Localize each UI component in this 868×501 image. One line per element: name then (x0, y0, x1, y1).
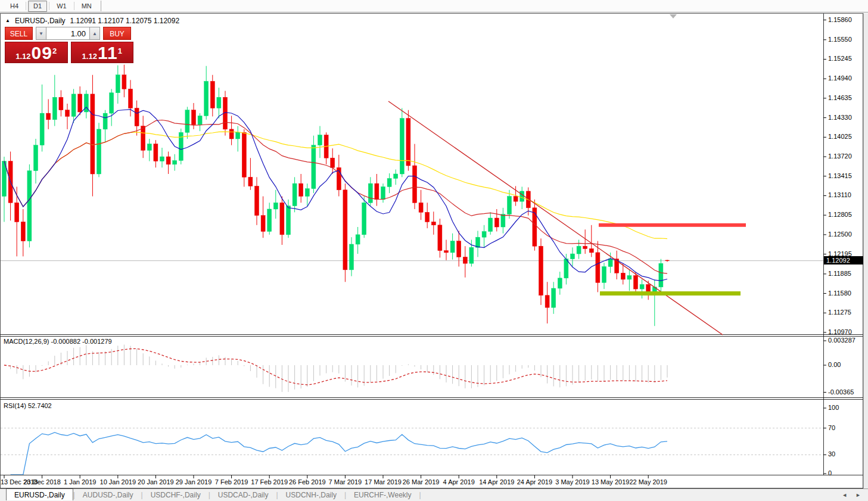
price-axis-label: 1.14330 (828, 114, 852, 121)
time-axis-label: 17 Mar 2019 (362, 478, 404, 486)
chart-canvas[interactable] (0, 0, 868, 501)
chart-tab-eurchf-weekly[interactable]: EURCHF-,Weekly (346, 489, 419, 501)
price-axis-label: 1.11580 (828, 290, 851, 297)
buy-price-pip: 1 (118, 42, 122, 60)
one-click-trade-panel: SELL ▼ ▲ BUY 1.12 09 2 1.12 11 1 (5, 27, 133, 63)
macd-indicator-label: MACD(12,26,9) -0.000882 -0.001279 (4, 338, 112, 345)
chart-tab-audusd-daily[interactable]: AUDUSD-,Daily (75, 489, 141, 501)
rsi-axis-label: 100 (828, 404, 839, 411)
time-axis-label: 23 Dec 2018 (21, 478, 63, 486)
rsi-value: 52.7402 (28, 402, 52, 409)
buy-price-button[interactable]: 1.12 11 1 (71, 42, 134, 63)
buy-price-prefix: 1.12 (82, 52, 97, 61)
volume-increase-button[interactable]: ▲ (89, 27, 100, 40)
price-axis-label: 1.12500 (828, 231, 852, 238)
time-axis-label: 20 Jan 2019 (135, 478, 176, 486)
symbol-arrow-icon: ▲ (5, 18, 10, 23)
time-axis-label: 7 Mar 2019 (324, 478, 366, 486)
time-axis-label: 29 Jan 2019 (173, 478, 214, 486)
ma-slow-line (4, 132, 667, 239)
rsi-axis-label: 30 (828, 450, 835, 458)
rsi-indicator-label: RSI(14) 52.7402 (4, 402, 52, 409)
macd-histogram (4, 345, 667, 392)
price-axis-label: 1.10970 (828, 328, 852, 335)
volume-input[interactable] (46, 27, 89, 40)
sell-price-pip: 2 (52, 42, 57, 60)
time-axis-label: 1 Jan 2019 (59, 478, 101, 486)
tab-scroll-left-icon[interactable]: ◄ (842, 492, 847, 498)
sell-price-button[interactable]: 1.12 09 2 (5, 42, 68, 63)
rsi-axis-label: 0 (828, 469, 832, 477)
time-axis-label: 7 Feb 2019 (211, 478, 253, 486)
chart-tab-eurusd-daily[interactable]: EURUSD-,Daily (6, 488, 73, 500)
chart-tab-bar: EURUSD-,Daily|AUDUSD-,Daily|USDCHF-,Dail… (0, 488, 868, 501)
price-axis-label: 1.14940 (828, 74, 852, 82)
time-axis-label: 4 Apr 2019 (438, 478, 480, 486)
ma-mid-line (4, 120, 667, 274)
time-axis-label: 14 Apr 2019 (476, 478, 518, 486)
price-axis-label: 1.13720 (828, 153, 852, 160)
rsi-name: RSI(14) (4, 402, 26, 409)
macd-axis-label: 0.00 (828, 361, 841, 368)
macd-axis-label: -0.00365 (828, 388, 854, 396)
price-axis-label: 1.15860 (828, 16, 852, 23)
chart-symbol-label: EURUSD-,Daily (15, 17, 66, 25)
tab-scroll-controls: ◄ ► (842, 489, 868, 501)
price-axis-label: 1.12805 (828, 211, 852, 218)
chart-tab-usdchf-daily[interactable]: USDCHF-,Daily (143, 489, 209, 501)
time-axis-label: 26 Mar 2019 (400, 478, 442, 486)
price-axis-label: 1.14635 (828, 94, 852, 101)
chart-ohlc-values: 1.12091 1.12107 1.12075 1.12092 (70, 17, 180, 25)
price-axis-label: 1.14025 (828, 133, 852, 140)
price-axis-label: 1.13415 (828, 172, 852, 179)
current-price-tag: 1.12092 (824, 256, 863, 264)
chart-tab-usdcnh-daily[interactable]: USDCNH-,Daily (278, 489, 344, 501)
time-axis-label: 22 May 2019 (627, 478, 669, 486)
time-axis-label: 24 Apr 2019 (514, 478, 555, 486)
macd-signal-line (4, 348, 667, 385)
buy-button[interactable]: BUY (103, 27, 131, 40)
time-axis-label: 10 Jan 2019 (97, 478, 139, 486)
price-axis-label: 1.15550 (828, 36, 852, 43)
chart-title: ▲ EURUSD-,Daily 1.12091 1.12107 1.12075 … (5, 17, 179, 25)
tab-separator: | (419, 489, 421, 501)
chart-tab-usdcad-daily[interactable]: USDCAD-,Daily (210, 489, 276, 501)
price-axis-label: 1.13110 (828, 191, 851, 198)
volume-decrease-button[interactable]: ▼ (36, 27, 46, 40)
macd-axis-label: 0.003287 (828, 337, 855, 344)
macd-name: MACD(12,26,9) (4, 338, 49, 345)
price-axis-label: 1.12195 (828, 250, 852, 257)
tab-scroll-right-icon[interactable]: ► (855, 492, 861, 498)
rsi-axis-label: 70 (828, 424, 835, 431)
time-axis-label: 17 Feb 2019 (248, 478, 290, 486)
chart-shift-marker-icon[interactable] (670, 14, 677, 18)
time-axis-label: 13 May 2019 (590, 478, 631, 486)
candles-group (2, 65, 670, 326)
price-axis-label: 1.11275 (828, 309, 851, 316)
sell-price-big-digits: 09 (32, 45, 52, 61)
time-axis-label: 26 Feb 2019 (287, 478, 328, 486)
buy-price-big-digits: 11 (98, 45, 118, 61)
macd-values: -0.000882 -0.001279 (51, 338, 111, 345)
time-axis-label: 3 May 2019 (552, 478, 593, 486)
price-axis-label: 1.15245 (828, 55, 852, 62)
sell-button[interactable]: SELL (5, 27, 33, 40)
resistance-line-object[interactable] (599, 223, 746, 227)
price-axis-label: 1.11885 (828, 270, 851, 277)
sell-price-prefix: 1.12 (15, 52, 30, 61)
rsi-line (11, 432, 667, 475)
pane-borders (1, 14, 863, 501)
axis-ticks (4, 20, 826, 479)
support-line-object[interactable] (600, 291, 741, 295)
ma-fast-line (4, 107, 667, 281)
